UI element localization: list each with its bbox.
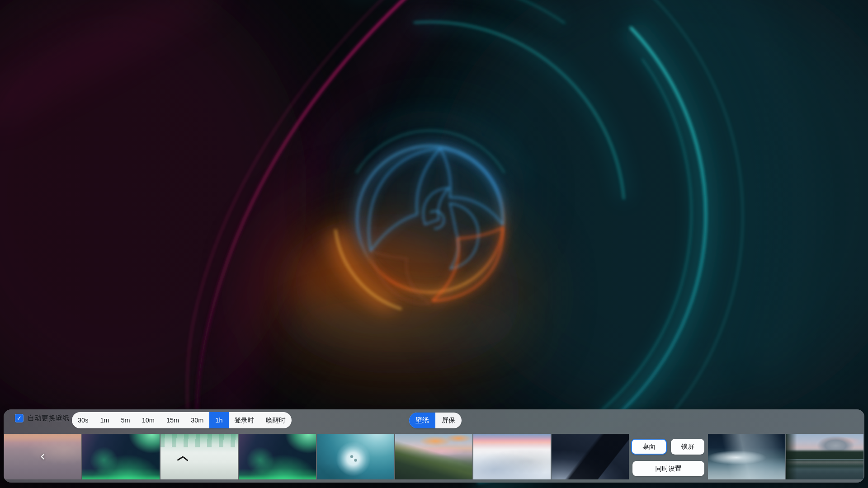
interval-10m[interactable]: 10m — [136, 412, 160, 428]
interval-segmented-control: 30s1m5m10m15m30m1h登录时唤醒时 — [72, 412, 292, 428]
interval-on-login[interactable]: 登录时 — [229, 412, 260, 428]
wallpaper-thumb-aurora-green[interactable] — [82, 434, 160, 479]
tab-screensaver[interactable]: 屏保 — [435, 413, 462, 428]
interval-30m[interactable]: 30m — [185, 412, 209, 428]
wallpaper-apply-actions: 桌面锁屏同时设置 — [630, 434, 707, 479]
wallpaper-thumb-aurora-green[interactable] — [239, 434, 316, 479]
interval-1h[interactable]: 1h — [209, 412, 228, 428]
auto-change-wallpaper-toggle[interactable]: ✓ 自动更换壁纸 — [15, 414, 70, 422]
interval-on-wake[interactable]: 唤醒时 — [260, 412, 292, 428]
wallpaper-thumb-jellyfish-teal[interactable] — [317, 434, 394, 479]
scroll-left-chevron-icon[interactable]: ‹ — [40, 449, 46, 463]
panel-tabs: 壁纸屏保 — [409, 413, 462, 428]
wallpaper-thumb-lake-forest-reflection[interactable] — [786, 434, 863, 479]
interval-30s[interactable]: 30s — [72, 412, 94, 428]
interval-5m[interactable]: 5m — [115, 412, 136, 428]
wallpaper-thumb-valley-sunset-clouds[interactable] — [395, 434, 472, 479]
thumbnail-strip: ‹桌面锁屏同时设置 — [4, 434, 863, 479]
wallpaper-thumb-dark-dune-night[interactable] — [552, 434, 629, 479]
interval-1m[interactable]: 1m — [94, 412, 115, 428]
checkmark-icon: ✓ — [17, 415, 22, 421]
interval-15m[interactable]: 15m — [160, 412, 185, 428]
tab-wallpaper[interactable]: 壁纸 — [409, 413, 435, 428]
wallpaper-thumb-desert-sunset-dune[interactable]: ‹ — [4, 434, 81, 479]
checkbox-checked-icon[interactable]: ✓ — [15, 414, 24, 422]
desktop: ✓ 自动更换壁纸 30s1m5m10m15m30m1h登录时唤醒时 壁纸屏保 ‹… — [0, 0, 868, 488]
wallpaper-thumb-misty-mountain[interactable] — [708, 434, 785, 479]
set-desktop-button[interactable]: 桌面 — [631, 439, 667, 455]
wallpaper-settings-panel: ✓ 自动更换壁纸 30s1m5m10m15m30m1h登录时唤醒时 壁纸屏保 ‹… — [4, 409, 864, 483]
set-lockscreen-button[interactable]: 锁屏 — [671, 439, 704, 455]
wallpaper-thumb-snowy-ridge-pink-sky[interactable] — [473, 434, 551, 479]
bird-silhouette-icon — [177, 455, 189, 462]
set-both-button[interactable]: 同时设置 — [632, 461, 704, 476]
auto-change-label: 自动更换壁纸 — [28, 414, 70, 422]
wallpaper-thumb-foggy-cliff-bird[interactable] — [160, 434, 238, 479]
